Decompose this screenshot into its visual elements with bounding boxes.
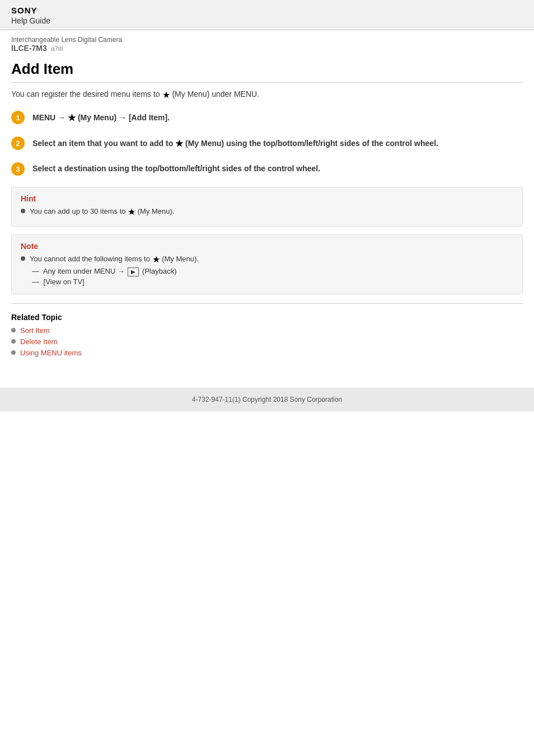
related-link-using-menu[interactable]: Using MENU items <box>11 349 523 357</box>
step-3-text: Select a destination using the top/botto… <box>32 162 320 175</box>
breadcrumb: Interchangeable Lens Digital Camera ILCE… <box>0 30 534 55</box>
using-menu-items-link[interactable]: Using MENU items <box>20 349 82 357</box>
note-intro-text: You cannot add the following items to ★ … <box>30 254 199 265</box>
page-header: SONY Help Guide <box>0 0 534 30</box>
step-number-3: 3 <box>11 162 25 176</box>
device-model-sub: α7III <box>51 45 63 52</box>
step-2: 2 Select an item that you want to add to… <box>11 136 523 151</box>
sort-item-link[interactable]: Sort Item <box>20 326 50 335</box>
page-title: Add Item <box>11 60 523 83</box>
steps-container: 1 MENU → ★ (My Menu) → [Add Item]. 2 Sel… <box>11 110 523 176</box>
note-box: Note You cannot add the following items … <box>11 234 523 294</box>
section-divider <box>11 303 523 304</box>
note-sub-item-1: — Any item under MENU → ▶ (Playback) <box>32 267 513 276</box>
related-link-sort-item[interactable]: Sort Item <box>11 326 523 335</box>
related-bullet-2 <box>11 339 16 344</box>
hint-box: Hint You can add up to 30 items to ★ (My… <box>11 187 523 227</box>
star-icon: ★ <box>162 90 170 100</box>
note-label: Note <box>21 242 513 251</box>
page-footer: 4-732-947-11(1) Copyright 2018 Sony Corp… <box>0 388 534 411</box>
hint-label: Hint <box>21 194 513 203</box>
device-type: Interchangeable Lens Digital Camera <box>11 36 523 44</box>
star-icon-step1: ★ <box>68 111 76 125</box>
step-1: 1 MENU → ★ (My Menu) → [Add Item]. <box>11 110 523 125</box>
delete-item-link[interactable]: Delete Item <box>20 337 57 346</box>
playback-icon: ▶ <box>128 267 139 276</box>
device-model: ILCE-7M3 <box>11 44 47 53</box>
hint-text-1: You can add up to 30 items to ★ (My Menu… <box>30 206 175 217</box>
note-sub-item-2: — [View on TV] <box>32 278 513 286</box>
star-icon-note: ★ <box>152 254 160 265</box>
step-1-text: MENU → ★ (My Menu) → [Add Item]. <box>32 110 170 125</box>
step-2-text: Select an item that you want to add to ★… <box>32 136 438 151</box>
star-icon-step2: ★ <box>175 137 183 151</box>
related-topic-label: Related Topic <box>11 313 523 322</box>
note-bullet <box>21 256 25 261</box>
related-topic-section: Related Topic Sort Item Delete Item Usin… <box>11 313 523 357</box>
star-icon-hint: ★ <box>128 206 135 217</box>
step-3: 3 Select a destination using the top/bot… <box>11 162 523 176</box>
step-number-1: 1 <box>11 111 25 124</box>
brand-logo: SONY <box>11 6 523 15</box>
note-intro: You cannot add the following items to ★ … <box>21 254 513 265</box>
footer-text: 4-732-947-11(1) Copyright 2018 Sony Corp… <box>192 396 342 403</box>
related-bullet-3 <box>11 350 16 355</box>
related-bullet-1 <box>11 328 16 332</box>
hint-bullet <box>21 209 25 213</box>
related-link-delete-item[interactable]: Delete Item <box>11 337 523 346</box>
hint-item-1: You can add up to 30 items to ★ (My Menu… <box>21 206 513 217</box>
step-number-2: 2 <box>11 137 25 150</box>
main-content: Add Item You can register the desired me… <box>0 55 534 371</box>
help-guide-title: Help Guide <box>11 16 523 25</box>
intro-text: You can register the desired menu items … <box>11 90 523 100</box>
